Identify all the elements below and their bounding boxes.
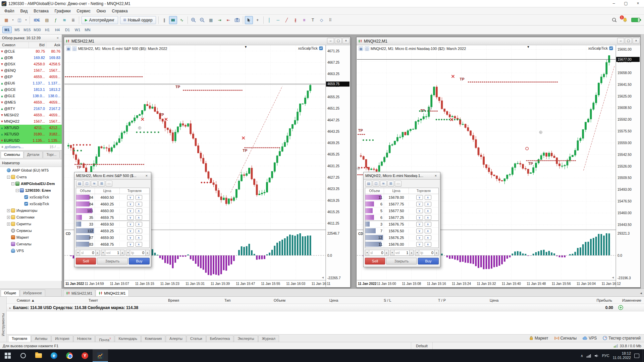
- market-watch-close-icon[interactable]: ×: [55, 35, 60, 42]
- chart-maximize-button[interactable]: ▢: [335, 38, 342, 44]
- order-type-dropdown[interactable]: ∨: [416, 202, 423, 206]
- dom-row-4660.50[interactable]: 844660.50∨∧: [76, 194, 149, 201]
- timeframe-h1[interactable]: H1: [43, 26, 52, 33]
- market-watch-row-xbtusd[interactable]: XBTUSD4211...4212...: [0, 125, 62, 131]
- add-order-icon[interactable]: [618, 305, 623, 310]
- balance-row[interactable]: ▸Баланс: 114.38 USD Средства: 114.38 Сво…: [7, 304, 644, 311]
- navigator-item-1290330-елен[interactable]: −1290330: Елен: [0, 187, 62, 194]
- price-cell[interactable]: 4659.50: [95, 222, 120, 226]
- sl-field[interactable]: sl0: [80, 250, 95, 256]
- toolbox-column-4[interactable]: Объем: [274, 297, 285, 304]
- depth-view-icon[interactable]: ▤: [76, 181, 83, 187]
- collapse-icon[interactable]: −: [16, 189, 19, 192]
- timeframe-m5[interactable]: M5: [12, 26, 22, 33]
- chart-window-mesh22[interactable]: MESH22,M1 – ▢ × ▦ ◫ MESH22, M1: Micro E-…: [64, 37, 351, 288]
- tp-increase-button[interactable]: ▴: [145, 250, 150, 256]
- sl-decrease-button[interactable]: ▾: [365, 250, 369, 256]
- chart-minimize-button[interactable]: –: [617, 38, 624, 44]
- journal-icon[interactable]: ▤: [43, 16, 51, 24]
- horizontal-line-icon[interactable]: ─: [274, 16, 282, 24]
- clock[interactable]: 18:1211.01.2022: [613, 351, 631, 360]
- order-type-dropdown[interactable]: ∨: [127, 195, 134, 200]
- toolbox-tab-журнал[interactable]: Журнал: [258, 335, 279, 342]
- toolbox-tab-новости[interactable]: Новости: [73, 335, 95, 342]
- tp-field[interactable]: tp0: [419, 250, 434, 256]
- price-cell[interactable]: 4660.50: [95, 195, 120, 199]
- place-order-button[interactable]: ∧: [425, 222, 431, 227]
- toolbox-column-3[interactable]: Тип: [224, 297, 230, 304]
- order-type-dropdown[interactable]: ∨: [127, 229, 134, 233]
- place-order-button[interactable]: ∧: [136, 208, 142, 213]
- navigator-tab-избранное[interactable]: Избранное: [20, 290, 45, 296]
- timeframe-w1[interactable]: W1: [73, 26, 82, 33]
- timeframe-d1[interactable]: D1: [63, 26, 72, 33]
- cursor-icon[interactable]: [245, 16, 253, 24]
- toolbox-tool-тестер-стратегий[interactable]: Тестер стратегий: [603, 336, 641, 341]
- order-type-dropdown[interactable]: ∨: [127, 202, 134, 206]
- order-type-dropdown[interactable]: ∨: [127, 208, 134, 213]
- price-cell[interactable]: 15677.50: [384, 209, 409, 213]
- chart-mode-icon[interactable]: ▦: [66, 46, 71, 51]
- screenshot-icon[interactable]: [233, 16, 241, 24]
- toolbox-tab-библиотека[interactable]: Библиотека: [206, 335, 234, 342]
- mdi-scrollbar[interactable]: [641, 35, 644, 289]
- price-cell[interactable]: 15676.25: [384, 236, 409, 240]
- timeframe-m30[interactable]: M30: [33, 26, 42, 33]
- chart-window-titlebar[interactable]: MNQH22,M1 – ▢ ×: [357, 37, 640, 45]
- menu-item-справка[interactable]: Справка: [109, 7, 131, 15]
- market-watch-row-eu6[interactable]: @EU61.137...1.137...: [0, 80, 62, 86]
- dom-row-4659.75[interactable]: 354659.75∨∧: [76, 214, 149, 221]
- price-cell[interactable]: 4660.25: [95, 202, 120, 206]
- price-cell[interactable]: 15678.00: [384, 195, 409, 199]
- toolbox-column-9[interactable]: Прибыль: [596, 297, 612, 304]
- order-type-dropdown[interactable]: ∨: [127, 215, 134, 220]
- timeframe-m1[interactable]: M1: [2, 26, 12, 33]
- market-watch-row-mes[interactable]: @MES4659...4659...: [0, 99, 62, 106]
- timeframe-m15[interactable]: M15: [22, 26, 32, 33]
- place-order-button[interactable]: ∧: [136, 229, 142, 233]
- toolbox-column-0[interactable]: Символ ▲: [17, 297, 35, 304]
- sl-increase-button[interactable]: ▴: [95, 250, 100, 256]
- navigator-item-маркет[interactable]: Маркет: [0, 234, 62, 241]
- toolbox-tool-сигналы[interactable]: Сигналы: [554, 336, 577, 341]
- search-button[interactable]: [15, 349, 31, 362]
- toolbox-column-1[interactable]: Тикет: [89, 297, 98, 304]
- order-type-dropdown[interactable]: ∨: [416, 222, 423, 227]
- expand-icon[interactable]: +: [7, 223, 10, 226]
- collapse-icon[interactable]: ▭: [395, 181, 401, 187]
- order-type-dropdown[interactable]: ∨: [127, 242, 134, 247]
- new-chart-caret[interactable]: ▾: [11, 16, 15, 24]
- order-type-dropdown[interactable]: ∨: [416, 208, 423, 213]
- chart-restore-button[interactable]: ▢: [625, 38, 632, 44]
- navigator-item-xsscalptick[interactable]: xsScalpTick: [0, 194, 62, 200]
- candles-view-icon[interactable]: ▮▮: [169, 16, 177, 24]
- vol-decrease-button[interactable]: ▾: [101, 250, 105, 256]
- toolbox-tool-vps[interactable]: VPS: [583, 336, 597, 341]
- order-type-dropdown[interactable]: ∨: [416, 229, 423, 233]
- navigator-item-ampglobaleu-dem[interactable]: −AMPGlobalEU-Dem: [0, 180, 62, 187]
- place-order-button[interactable]: ∧: [136, 202, 142, 206]
- navigator-item-скрипты[interactable]: +Скрипты: [0, 221, 62, 227]
- toolbox-column-2[interactable]: Время: [168, 297, 179, 304]
- market-watch-row-cle[interactable]: @CLE80.7580.76: [0, 48, 62, 55]
- place-order-button[interactable]: ∧: [425, 195, 431, 200]
- sl-field[interactable]: sl0: [369, 250, 384, 256]
- trade-dialog-close-icon[interactable]: ×: [144, 172, 149, 179]
- chart-close-button[interactable]: ×: [342, 38, 350, 44]
- chart-window-icon[interactable]: ◫: [365, 46, 369, 51]
- dom-row-4659.00[interactable]: 874659.00∨∧: [76, 234, 149, 241]
- order-type-dropdown[interactable]: ∨: [416, 195, 423, 200]
- navigator-item-xsscalptick[interactable]: xsScalpTick: [0, 200, 62, 207]
- market-watch-row-mnqh22[interactable]: MNQH221567...1567...: [0, 118, 62, 125]
- add-symbol-row[interactable]: +добавить...15 / ...: [0, 144, 62, 150]
- collapse-icon[interactable]: −: [7, 176, 10, 179]
- arrange-windows-icon[interactable]: ⠿: [326, 16, 334, 24]
- dom-row-15676.50[interactable]: 715676.50∨∧: [365, 228, 438, 234]
- vol-increase-button[interactable]: ▴: [120, 250, 124, 256]
- market-watch-row-enq[interactable]: @ENQ1567...1567...: [0, 67, 62, 74]
- grid-icon[interactable]: ⊞: [98, 181, 105, 187]
- price-cell[interactable]: 15677.25: [384, 216, 409, 220]
- fibonacci-icon[interactable]: ≡: [300, 16, 308, 24]
- chart-scroll-icon[interactable]: ◂: [612, 275, 614, 280]
- dom-row-4660.00[interactable]: 1014660.00∨∧: [76, 207, 149, 214]
